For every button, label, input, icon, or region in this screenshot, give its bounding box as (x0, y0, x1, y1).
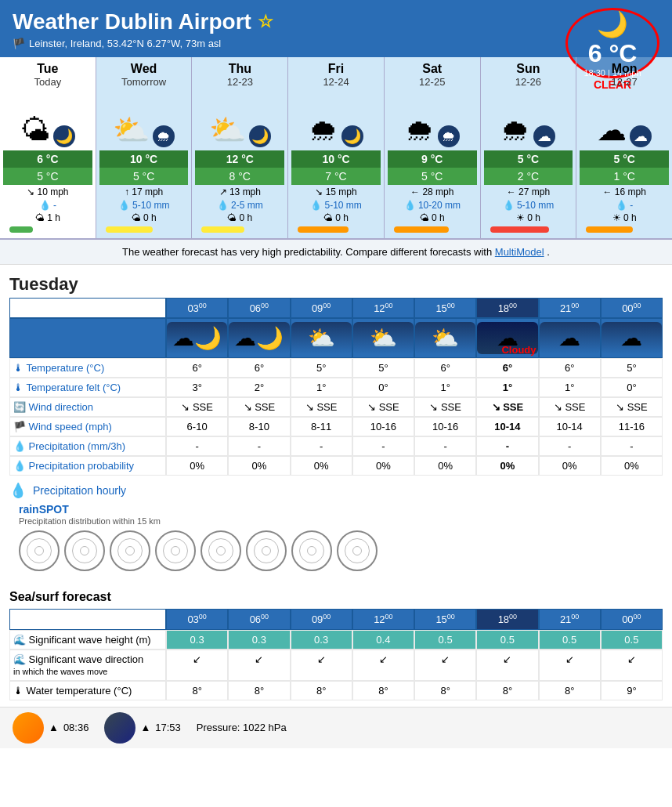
rainspot-circle-3 (155, 530, 196, 571)
data-cell-1: 0% (228, 456, 290, 476)
row-label-🏴-wind-speed-(mph): 🏴 Wind speed (mph) (9, 417, 166, 436)
wave-height-7: 0.5 (601, 630, 663, 650)
precip-hourly-row: 💧 Precipitation hourly (9, 482, 663, 499)
day-icon: 🌤 (20, 114, 50, 147)
sea-title: Sea/surf forecast (9, 590, 663, 604)
wave-dir-0: ↙ (166, 650, 228, 681)
row-label-🌡-temperature-(°c): 🌡 Temperature (°C) (9, 358, 166, 378)
page-title: Weather Dublin Airport ☆ (13, 9, 659, 34)
flag-icon: 🏴 (13, 38, 25, 49)
row-label-💧-precipitation-probability: 💧 Precipitation probability (9, 456, 166, 476)
hourly-icon-4: ⛅ (414, 318, 476, 358)
data-cell-0: 3° (166, 378, 228, 397)
row-label-🔄-wind-direction: 🔄 Wind direction (9, 397, 166, 417)
subtitle: 🏴 Leinster, Ireland, 53.42°N 6.27°W, 73m… (13, 38, 659, 49)
hourly-time-21: 2100 (539, 298, 601, 318)
day-col-sat[interactable]: Sat 12-25 🌧 🌧 9 °C 5 °C ← 28 mph 💧 10-20… (385, 57, 481, 238)
multimodel-link[interactable]: MultiModel (495, 246, 544, 258)
data-cell-3: ↘ SSE (352, 397, 414, 417)
rainspot-subtitle: Precipitation distribution within 15 km (19, 516, 653, 526)
data-cell-2: 1° (291, 378, 352, 397)
sunset-item: ▲ 17:53 (104, 712, 180, 744)
day-col-tue[interactable]: Tue Today 🌤 🌙 6 °C 5 °C ↘ 10 mph 💧 - 🌤 1… (0, 57, 96, 238)
night-icon: 🌧 (438, 125, 460, 147)
rainspot-section: rainSPOT Precipitation distribution with… (9, 499, 663, 577)
wave-dir-3: ↙ (352, 650, 414, 681)
moon-icon: 🌙 (597, 9, 628, 39)
data-cell-6: 6° (539, 358, 601, 378)
data-cell-7: - (601, 436, 663, 456)
night-icon: ☁ (533, 125, 555, 147)
data-cell-0: 0% (166, 456, 228, 476)
water-temp-3: 8° (352, 681, 414, 700)
data-cell-3: 10-16 (352, 417, 414, 436)
sunset-time: 17:53 (155, 722, 181, 733)
wave-dir-1: ↙ (228, 650, 290, 681)
day-col-thu[interactable]: Thu 12-23 ⛅ 🌙 12 °C 8 °C ↗ 13 mph 💧 2-5 … (192, 57, 288, 238)
days-forecast-table: Tue Today 🌤 🌙 6 °C 5 °C ↘ 10 mph 💧 - 🌤 1… (0, 57, 672, 240)
data-cell-7: 0% (601, 456, 663, 476)
sea-time-09: 0900 (291, 609, 352, 629)
hourly-icon-7: ☁ (601, 318, 663, 358)
sea-time-15: 1500 (414, 609, 476, 629)
data-cell-3: 0° (352, 378, 414, 397)
pred-end: . (547, 246, 550, 258)
day-icon: ⛅ (113, 113, 150, 147)
rainspot-circle-4 (201, 530, 241, 571)
water-temp-2: 8° (291, 681, 352, 700)
data-cell-4: - (414, 436, 476, 456)
sea-grid: 03000600090012001500180021000000🌊 Signif… (9, 609, 663, 700)
hourly-icon-1: ☁🌙 (228, 318, 290, 358)
water-temp-6: 8° (539, 681, 601, 700)
data-cell-1: 6° (228, 358, 290, 378)
water-temp-4: 8° (414, 681, 476, 700)
sunrise-arrow: ▲ (49, 722, 59, 733)
day-icon: ☁ (597, 113, 627, 147)
data-cell-4: 0% (414, 456, 476, 476)
sea-time-18: 1800 (476, 609, 538, 629)
precip-hourly-icon: 💧 (9, 482, 27, 499)
star-icon[interactable]: ☆ (258, 12, 273, 32)
hourly-time-15: 1500 (414, 298, 476, 318)
hourly-icon-0: ☁🌙 (166, 318, 228, 358)
cloudy-badge: Cloudy (501, 344, 536, 356)
data-cell-1: - (228, 436, 290, 456)
data-cell-7: 11-16 (601, 417, 663, 436)
water-temp-7: 9° (601, 681, 663, 700)
data-cell-2: ↘ SSE (291, 397, 352, 417)
data-cell-2: - (291, 436, 352, 456)
wave-height-4: 0.5 (414, 630, 476, 650)
wave-dir-5: ↙ (476, 650, 538, 681)
pred-text: The weather forecast has very high predi… (122, 246, 492, 258)
wave-height-3: 0.4 (352, 630, 414, 650)
data-cell-6: 10-14 (539, 417, 601, 436)
day-col-sun[interactable]: Sun 12-26 🌧 ☁ 5 °C 2 °C ← 27 mph 💧 5-10 … (481, 57, 577, 238)
data-cell-3: - (352, 436, 414, 456)
data-cell-0: ↘ SSE (166, 397, 228, 417)
wave-height-5: 0.5 (476, 630, 538, 650)
sunset-icon (104, 712, 135, 744)
data-cell-7: 5° (601, 358, 663, 378)
day-col-wed[interactable]: Wed Tomorrow ⛅ 🌧 10 °C 5 °C ↑ 17 mph 💧 5… (96, 57, 193, 238)
hourly-time-18: 1800 (476, 298, 538, 318)
data-cell-4: 1° (414, 378, 476, 397)
pressure-value: Pressure: 1022 hPa (197, 722, 287, 733)
data-cell-4: ↘ SSE (414, 397, 476, 417)
day-icon: 🌧 (405, 114, 435, 147)
rainspot-circle-6 (291, 530, 332, 571)
hourly-time-06: 0600 (228, 298, 290, 318)
water-temp-0: 8° (166, 681, 228, 700)
data-cell-5: 1° (476, 378, 538, 397)
precip-hourly-label[interactable]: Precipitation hourly (33, 484, 126, 497)
data-cell-7: 0° (601, 378, 663, 397)
hourly-icon-2: ⛅ (291, 318, 352, 358)
wave-dir-2: ↙ (291, 650, 352, 681)
sunset-arrow: ▲ (140, 722, 150, 733)
water-temp-label: 🌡 Water temperature (°C) (9, 681, 166, 700)
data-cell-7: ↘ SSE (601, 397, 663, 417)
day-col-mon[interactable]: Mon 12-27 ☁ ☁ 5 °C 1 °C ← 16 mph 💧 - ☀ 0… (576, 57, 672, 238)
location-text: Leinster, Ireland, 53.42°N 6.27°W, 73m a… (29, 38, 221, 49)
hourly-label-header (9, 298, 166, 318)
day-col-fri[interactable]: Fri 12-24 🌧 🌙 10 °C 7 °C ↘ 15 mph 💧 5-10… (288, 57, 385, 238)
data-cell-6: 1° (539, 378, 601, 397)
